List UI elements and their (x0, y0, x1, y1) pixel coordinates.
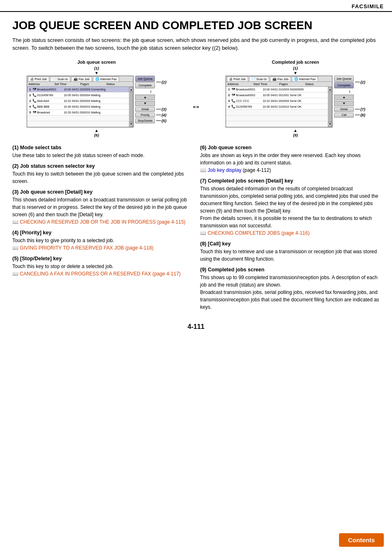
desc-7-body: This shows detailed information on the r… (200, 185, 380, 237)
right-arrow-1: ▼ (293, 71, 297, 75)
desc-item-6: (6) Job queue screen Jobs are shown as k… (200, 145, 380, 174)
left-detail-btn[interactable]: Detail (135, 107, 155, 112)
desc-4-link[interactable]: GIVING PRIORITY TO A RESERVED FAX JOB (20, 245, 124, 251)
desc-7-title: Completed jobs screen [Detail] key (208, 178, 293, 184)
page-title: JOB QUEUE SCREEN AND COMPLETED JOB SCREE… (12, 19, 380, 32)
left-screen-title: Job queue screen (77, 60, 116, 65)
right-screen-section: Completed job screen (1) ▼ 🖨Print Job 📄S… (211, 60, 380, 137)
left-complete-btn[interactable]: Complete (135, 82, 155, 88)
desc-4-page: (page 4-118) (125, 245, 154, 251)
right-scroll-down[interactable]: ▼ (328, 122, 332, 126)
left-arrow-6: ▲ (95, 128, 99, 133)
right-col-pages: Pages (279, 82, 305, 86)
desc-4-book-icon: 📖 (12, 245, 18, 251)
desc-3-link[interactable]: CHECKING A RESERVED JOB OR THE JOB IN PR… (20, 219, 156, 225)
left-fax-screen: 🖨Print Job 📄Scan to 📠Fax Job 🌐Internet F… (27, 76, 134, 127)
desc-item-5: (5) [Stop/Delete] key Touch this key to … (12, 256, 192, 278)
desc-3-title: Job queue screen [Detail] key (20, 189, 92, 195)
table-row[interactable]: 5 🗺 Broadcast 10:33 04/01 000/010 Waitin… (27, 110, 129, 116)
scroll-up[interactable]: ▲ (129, 88, 133, 92)
desc-8-title: [Call] key (208, 241, 231, 247)
left-scroll-down2[interactable]: ▼ (135, 101, 155, 106)
table-row (226, 121, 328, 127)
left-tab-fax[interactable]: 📠Fax Job (71, 76, 92, 81)
desc-left-col: (1) Mode select tabs Use these tabs to s… (12, 145, 192, 315)
right-tab-scan[interactable]: 📄Scan to (249, 76, 269, 81)
desc-item-7: (7) Completed jobs screen [Detail] key T… (200, 178, 380, 237)
left-callout-2: (2) (161, 80, 166, 84)
desc-6-book-icon: 📖 (200, 167, 206, 173)
table-row[interactable]: 1 🗺 Broadcast0001 10:00 04/01 010/003 NG… (226, 87, 328, 92)
right-detail-btn[interactable]: Detail (334, 107, 354, 112)
desc-2-num: (2) (12, 163, 20, 169)
left-stopdelete-btn[interactable]: Stop/Delete (135, 118, 155, 123)
desc-7-page: (page 4-116) (281, 230, 310, 236)
page-number: 4-111 (12, 323, 380, 331)
right-callout-2: (2) (360, 80, 365, 84)
right-scroll-up2[interactable]: ▲ (334, 95, 354, 100)
right-callout-8: (8) (360, 113, 365, 117)
desc-4-num: (4) (12, 230, 20, 236)
left-tab-scan[interactable]: 📄Scan to (50, 76, 70, 81)
right-job-queue-btn[interactable]: Job Queue (334, 76, 354, 82)
table-row[interactable]: 1 🗺 Broadcast0001 10:00 04/01 020/003 Co… (27, 87, 129, 92)
desc-5-link[interactable]: CANCELING A FAX IN PROGRESS OR A RESERVE… (20, 271, 151, 277)
right-col-addr: Address (227, 82, 253, 86)
table-row[interactable]: 4 📞 0123456789 10:30 04/01 010/010 Send … (226, 104, 328, 110)
left-scroll-up2[interactable]: ▲ (135, 95, 155, 100)
desc-2-body: Touch this key to switch between the job… (12, 170, 192, 185)
desc-6-title: Job queue screen (208, 145, 251, 150)
scroll-down[interactable]: ▼ (129, 122, 133, 126)
contents-button[interactable]: Contents (339, 533, 384, 547)
desc-item-8: (8) [Call] key Touch this key to retriev… (200, 241, 380, 263)
desc-7-link[interactable]: CHECKING COMPLETED JOBS (208, 230, 280, 236)
desc-3-page: (page 4-115) (157, 219, 186, 225)
right-col-status: Status (305, 82, 331, 86)
right-tab-fax[interactable]: 📠Fax Job (270, 76, 291, 81)
right-tab-internet[interactable]: 🌐Internet Fax (292, 76, 318, 81)
desc-1-num: (1) (12, 145, 20, 150)
table-row (226, 110, 328, 116)
header-title: FACSIMILE (352, 3, 384, 9)
desc-item-9: (9) Completed jobs screen This shows up … (200, 267, 380, 311)
right-tab-print[interactable]: 🖨Print Job (227, 76, 248, 81)
desc-8-body: Touch this key to retrieve and use a tra… (200, 248, 380, 263)
desc-6-page: (page 4-112) (243, 167, 271, 173)
left-tab-internet[interactable]: 🌐Internet Fax (93, 76, 119, 81)
left-col-set: Set Time (54, 82, 80, 86)
desc-9-body: This shows up to 99 completed transmissi… (200, 274, 380, 311)
desc-6-link[interactable]: Job key display (208, 167, 241, 173)
table-row[interactable]: 2 🗺 Broadcast0002 10:05 04/01 001/001 Se… (226, 92, 328, 98)
desc-4-body: Touch this key to give priority to a sel… (12, 237, 192, 252)
right-call-btn[interactable]: Call (334, 113, 354, 118)
table-row (27, 116, 129, 121)
desc-1-title: Mode select tabs (20, 145, 62, 150)
desc-7-book-icon: 📖 (200, 230, 206, 236)
desc-3-book-icon: 📖 (12, 219, 18, 225)
left-callout-6: (6) (94, 133, 99, 137)
desc-7-num: (7) (200, 178, 208, 184)
right-complete-btn[interactable]: Complete (334, 82, 354, 88)
table-row[interactable]: 3 📞 CCC CCC 10:22 04/01 004/004 Send OK (226, 98, 328, 104)
desc-5-body: Touch this key to stop or delete a selec… (12, 263, 192, 278)
desc-4-title: [Priority] key (20, 230, 51, 236)
desc-right-col: (6) Job queue screen Jobs are shown as k… (200, 145, 380, 315)
right-scroll-down2[interactable]: ▼ (334, 101, 354, 106)
screens-arrow: ↔ (189, 76, 203, 137)
desc-3-body: This shows detailed information on a bro… (12, 196, 192, 226)
table-row[interactable]: 3 📞 AAA AAA 10:22 04/01 000/004 Waiting (27, 98, 129, 104)
left-label-1: (1) (94, 66, 99, 70)
right-fax-screen: 🖨Print Job 📄Scan to 📠Fax Job 🌐Internet F… (226, 76, 332, 127)
right-callout-7: (7) (360, 107, 365, 111)
desc-9-title: Completed jobs screen (208, 267, 265, 273)
left-tab-print[interactable]: 🖨Print Job (28, 76, 49, 81)
left-col-pages: Pages (80, 82, 106, 86)
left-priority-btn[interactable]: Priority (135, 113, 155, 118)
left-job-queue-btn[interactable]: Job Queue (135, 76, 155, 82)
table-row[interactable]: 2 📞 0123456789 10:05 04/01 000/004 Waiti… (27, 92, 129, 98)
desc-8-num: (8) (200, 241, 208, 247)
table-row[interactable]: 4 📞 BBB BBB 10:30 04/01 000/010 Waiting (27, 104, 129, 110)
desc-6-num: (6) (200, 145, 208, 150)
right-scroll-up[interactable]: ▲ (328, 88, 332, 92)
left-screen-section: Job queue screen (1) ▼ 🖨Print Job 📄Scan … (12, 60, 181, 137)
